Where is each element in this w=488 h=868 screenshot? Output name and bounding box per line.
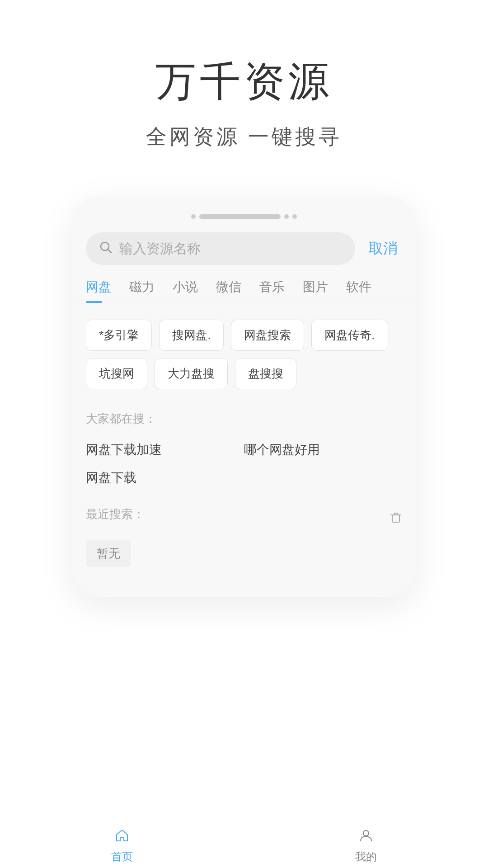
engine-btn-wangpansousuo[interactable]: 网盘搜索 [231, 320, 304, 351]
engine-row-2: 坑搜网 大力盘搜 盘搜搜 [86, 358, 402, 389]
status-dot-1 [191, 214, 196, 219]
phone-status-bar [72, 214, 416, 219]
nav-item-mine[interactable]: 我的 [355, 828, 377, 864]
status-dot-3 [292, 214, 297, 219]
popular-grid: 网盘下载加速 哪个网盘好用 网盘下载 [86, 436, 402, 492]
search-bar[interactable]: 输入资源名称 [86, 232, 355, 265]
tab-tupian[interactable]: 图片 [303, 278, 328, 303]
nav-home-label: 首页 [111, 849, 133, 864]
tabs-row: 网盘 磁力 小说 微信 音乐 图片 软件 [86, 278, 402, 303]
svg-rect-2 [392, 515, 399, 522]
engine-row-1: *多引擎 搜网盘. 网盘搜索 网盘传奇. [86, 320, 402, 351]
popular-label: 大家都在搜： [86, 411, 402, 427]
tabs-section: 网盘 磁力 小说 微信 音乐 图片 软件 [72, 278, 416, 303]
recent-section: 最近搜索： 暂无 [72, 499, 416, 574]
search-bar-wrapper: 输入资源名称 取消 [72, 232, 416, 265]
engine-btn-kengsouwang[interactable]: 坑搜网 [86, 358, 147, 389]
popular-item-3[interactable]: 网盘下载 [86, 464, 244, 492]
search-icon [99, 241, 112, 257]
trash-icon[interactable] [389, 511, 402, 527]
tab-cili[interactable]: 磁力 [129, 278, 155, 303]
recent-empty-tag: 暂无 [86, 540, 131, 567]
status-dot-2 [284, 214, 289, 219]
status-bar-line [199, 214, 281, 219]
home-icon [115, 828, 129, 847]
recent-label: 最近搜索： [86, 506, 145, 522]
tab-wangpan[interactable]: 网盘 [86, 278, 111, 303]
bottom-nav: 首页 我的 [0, 823, 488, 868]
engine-btn-souwangpan[interactable]: 搜网盘. [159, 320, 224, 351]
popular-item-1[interactable]: 网盘下载加速 [86, 436, 244, 464]
tab-xiaoshuo[interactable]: 小说 [173, 278, 198, 303]
phone-mockup: 输入资源名称 取消 网盘 磁力 小说 微信 音乐 图片 软件 *多引擎 搜网盘.… [72, 196, 416, 597]
popular-section: 大家都在搜： 网盘下载加速 哪个网盘好用 网盘下载 [72, 404, 416, 499]
svg-line-1 [108, 250, 111, 253]
svg-point-7 [363, 830, 369, 836]
recent-header: 最近搜索： [86, 506, 402, 531]
search-placeholder: 输入资源名称 [119, 240, 342, 258]
tab-weixin[interactable]: 微信 [216, 278, 241, 303]
nav-item-home[interactable]: 首页 [111, 828, 133, 864]
engine-btn-pansousou[interactable]: 盘搜搜 [235, 358, 296, 389]
engine-btn-dalipansou[interactable]: 大力盘搜 [155, 358, 228, 389]
hero-section: 万千资源 全网资源 一键搜寻 [0, 0, 488, 178]
popular-item-4 [244, 464, 402, 492]
popular-item-2[interactable]: 哪个网盘好用 [244, 436, 402, 464]
cancel-button[interactable]: 取消 [364, 239, 402, 259]
engine-buttons-section: *多引擎 搜网盘. 网盘搜索 网盘传奇. 坑搜网 大力盘搜 盘搜搜 [72, 312, 416, 404]
hero-title: 万千资源 [155, 54, 333, 109]
tab-ruanjian[interactable]: 软件 [346, 278, 371, 303]
tab-yinyue[interactable]: 音乐 [259, 278, 285, 303]
engine-btn-multi[interactable]: *多引擎 [86, 320, 152, 351]
user-icon [359, 828, 373, 847]
engine-btn-wangpanchuanqi[interactable]: 网盘传奇. [311, 320, 388, 351]
nav-mine-label: 我的 [355, 849, 377, 864]
hero-subtitle: 全网资源 一键搜寻 [146, 123, 343, 151]
